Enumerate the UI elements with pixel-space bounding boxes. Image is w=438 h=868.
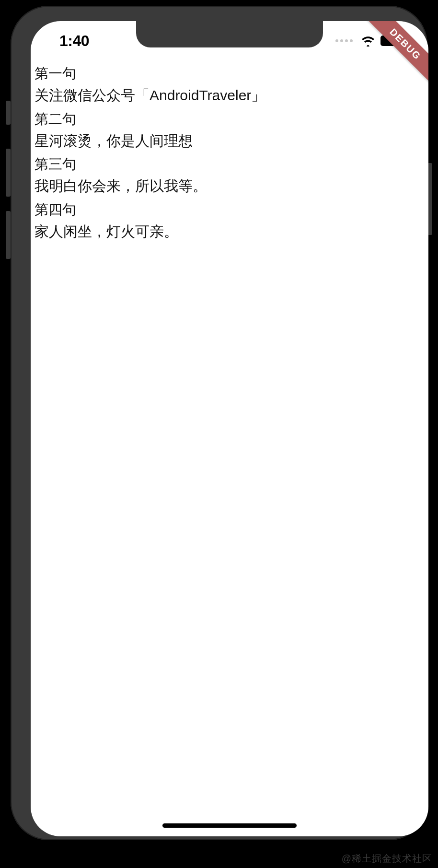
device-notch bbox=[136, 21, 323, 47]
item-body: 我明白你会来，所以我等。 bbox=[35, 176, 425, 197]
wifi-icon bbox=[360, 35, 376, 47]
device-volume-down bbox=[6, 211, 11, 259]
device-frame: 1:40 DEBUG 第一句 关注微信公众号「Android bbox=[11, 6, 427, 840]
item-header: 第一句 bbox=[35, 64, 425, 83]
list-item: 第三句 我明白你会来，所以我等。 bbox=[35, 155, 425, 197]
status-time: 1:40 bbox=[59, 32, 89, 50]
content-scroll[interactable]: 第一句 关注微信公众号「AndroidTraveler」 第二句 星河滚烫，你是… bbox=[31, 64, 428, 836]
list-item: 第二句 星河滚烫，你是人间理想 bbox=[35, 110, 425, 152]
item-body: 星河滚烫，你是人间理想 bbox=[35, 130, 425, 152]
device-mute-switch bbox=[6, 101, 11, 125]
device-volume-up bbox=[6, 149, 11, 197]
item-header: 第三句 bbox=[35, 155, 425, 174]
watermark-text: @稀土掘金技术社区 bbox=[342, 852, 432, 865]
cellular-dots-icon bbox=[335, 39, 353, 42]
item-body: 家人闲坐，灯火可亲。 bbox=[35, 221, 425, 242]
list-item: 第四句 家人闲坐，灯火可亲。 bbox=[35, 200, 425, 242]
item-body: 关注微信公众号「AndroidTraveler」 bbox=[35, 85, 425, 106]
item-header: 第二句 bbox=[35, 110, 425, 129]
item-header: 第四句 bbox=[35, 200, 425, 219]
list-item: 第一句 关注微信公众号「AndroidTraveler」 bbox=[35, 64, 425, 106]
home-indicator[interactable] bbox=[162, 823, 297, 828]
device-screen: 1:40 DEBUG 第一句 关注微信公众号「Android bbox=[31, 21, 428, 836]
